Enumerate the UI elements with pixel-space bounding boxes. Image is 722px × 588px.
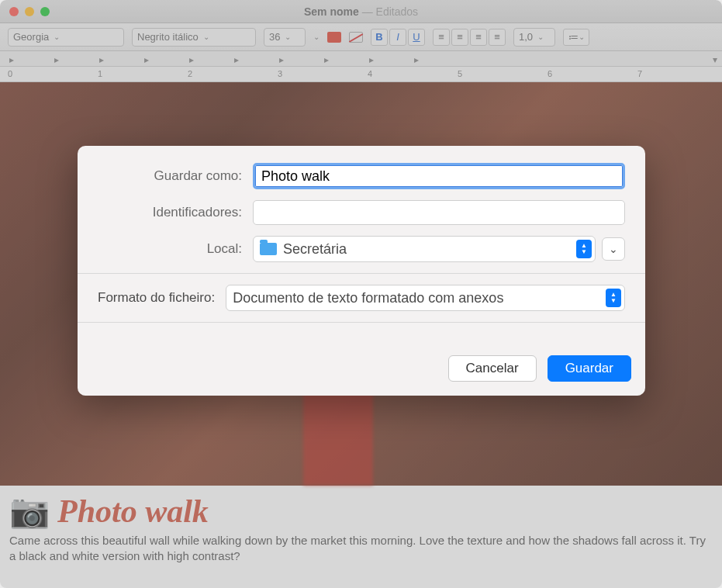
save-as-label: Guardar como:: [98, 168, 253, 184]
file-format-popup[interactable]: Documento de texto formatado com anexos …: [226, 285, 625, 311]
save-as-input[interactable]: [253, 163, 625, 189]
location-popup[interactable]: Secretária ▲▼: [253, 236, 596, 262]
file-format-value: Documento de texto formatado com anexos: [233, 290, 503, 306]
dialog-buttons: Cancelar Guardar: [78, 346, 645, 396]
save-dialog: Guardar como: Identificadores: Local:: [78, 146, 645, 396]
tags-input[interactable]: [253, 200, 625, 225]
popup-arrows-icon: ▲▼: [576, 240, 592, 258]
cancel-button[interactable]: Cancelar: [448, 355, 537, 382]
tags-label: Identificadores:: [98, 205, 253, 220]
folder-icon: [260, 243, 277, 255]
app-window: Sem nome — Editados Georgia ⌄ Negrito it…: [0, 0, 722, 588]
location-value: Secretária: [283, 241, 347, 258]
popup-arrows-icon: ▲▼: [606, 289, 621, 307]
separator: [78, 322, 645, 323]
save-button[interactable]: Guardar: [548, 355, 631, 382]
file-format-label: Formato do ficheiro:: [98, 290, 215, 306]
expand-location-button[interactable]: ⌄: [602, 237, 625, 261]
location-label: Local:: [98, 241, 253, 257]
separator: [78, 273, 645, 274]
